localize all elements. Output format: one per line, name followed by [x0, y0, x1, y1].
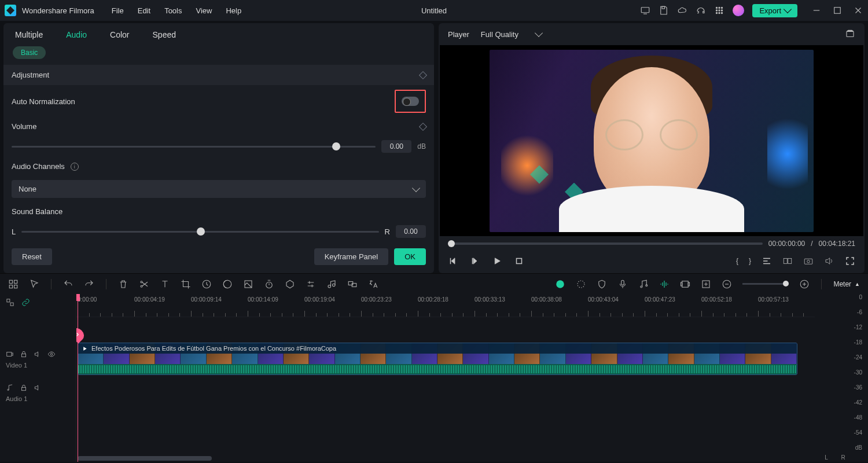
- green-screen-icon[interactable]: [243, 279, 253, 289]
- link-icon[interactable]: [21, 298, 30, 307]
- tab-color[interactable]: Color: [110, 30, 129, 39]
- stop-icon[interactable]: [514, 256, 524, 266]
- reset-button[interactable]: Reset: [12, 248, 52, 265]
- tab-multiple[interactable]: Multiple: [15, 30, 43, 39]
- speed-icon[interactable]: [201, 279, 212, 289]
- keyframe-timer-icon[interactable]: [264, 279, 274, 289]
- save-icon[interactable]: [659, 5, 669, 16]
- time-ruler[interactable]: 0:00:0000:00:04:1900:00:09:1400:00:14:09…: [76, 294, 815, 317]
- audio-detach-icon[interactable]: [326, 279, 337, 289]
- split-icon[interactable]: [139, 279, 149, 289]
- keyframe-panel-button[interactable]: Keyframe Panel: [314, 248, 389, 265]
- render-preview-icon[interactable]: [555, 279, 565, 289]
- compare-icon[interactable]: [782, 256, 793, 266]
- menu-tools[interactable]: Tools: [164, 6, 182, 15]
- menu-view[interactable]: View: [196, 6, 212, 15]
- headphones-icon[interactable]: [696, 5, 706, 16]
- group-icon[interactable]: [347, 279, 358, 289]
- auto-ripple-icon[interactable]: [576, 279, 586, 289]
- audio-channels-select[interactable]: None: [12, 180, 426, 198]
- scrub-bar[interactable]: [448, 242, 763, 245]
- video-preview[interactable]: [440, 45, 863, 236]
- cloud-icon[interactable]: [677, 5, 687, 16]
- apps-grid-icon[interactable]: [714, 5, 724, 16]
- shield-icon[interactable]: [597, 279, 607, 289]
- fullscreen-icon[interactable]: [845, 256, 855, 266]
- menu-help[interactable]: Help: [226, 6, 241, 15]
- crop-icon[interactable]: [181, 279, 191, 289]
- add-marker-icon[interactable]: [680, 279, 690, 289]
- close-icon[interactable]: [853, 5, 863, 16]
- audio-channels-label: Audio Channels: [12, 162, 65, 171]
- layout-icon[interactable]: [8, 279, 19, 289]
- video-clip[interactable]: Efectos Poderosos Para Edits de Fútbol G…: [78, 343, 797, 375]
- export-button[interactable]: Export: [752, 4, 797, 17]
- minimize-icon[interactable]: [811, 5, 822, 16]
- cursor-icon[interactable]: [29, 279, 39, 289]
- zoom-in-icon[interactable]: [799, 279, 810, 289]
- maximize-icon[interactable]: [832, 5, 843, 16]
- redo-icon[interactable]: [84, 279, 94, 289]
- step-back-icon[interactable]: [470, 256, 480, 266]
- subtab-basic[interactable]: Basic: [13, 46, 46, 59]
- ok-button[interactable]: OK: [394, 248, 426, 265]
- play-icon[interactable]: [492, 256, 502, 266]
- snapshot-icon[interactable]: [803, 256, 814, 266]
- audio-track-icon[interactable]: [6, 384, 14, 392]
- sound-balance-slider[interactable]: [21, 226, 378, 237]
- screen-icon[interactable]: [640, 5, 650, 16]
- mark-out-icon[interactable]: }: [749, 257, 751, 265]
- playhead[interactable]: [78, 294, 78, 462]
- color-match-icon[interactable]: [222, 279, 233, 289]
- zoom-slider[interactable]: [742, 283, 789, 285]
- tab-speed[interactable]: Speed: [153, 30, 176, 39]
- svg-point-32: [557, 280, 565, 288]
- mask-icon[interactable]: [285, 279, 295, 289]
- undo-icon[interactable]: [63, 279, 73, 289]
- mute-icon[interactable]: [34, 384, 42, 392]
- add-track-icon[interactable]: [701, 279, 711, 289]
- eye-icon[interactable]: [47, 350, 56, 358]
- video-track-icon[interactable]: [6, 350, 14, 358]
- auto-normalization-toggle[interactable]: [402, 97, 419, 106]
- audio-mixer-icon[interactable]: [638, 279, 649, 289]
- user-avatar[interactable]: [733, 5, 744, 16]
- volume-unit: dB: [417, 142, 426, 150]
- mark-in-icon[interactable]: {: [736, 257, 738, 265]
- snapshot-toggle-icon[interactable]: [845, 29, 855, 39]
- meter-toggle[interactable]: Meter ▲: [833, 277, 860, 292]
- svg-point-22: [141, 281, 142, 282]
- volume-keyframe-icon[interactable]: [419, 122, 427, 130]
- volume-slider[interactable]: [12, 141, 376, 152]
- svg-rect-45: [7, 352, 12, 357]
- prev-frame-icon[interactable]: [448, 256, 458, 266]
- volume-value[interactable]: 0.00: [381, 140, 411, 153]
- mic-icon[interactable]: [617, 279, 628, 289]
- adjust-icon[interactable]: [306, 279, 316, 289]
- lock-icon[interactable]: [20, 350, 28, 358]
- audio-stretch-icon[interactable]: [659, 279, 670, 289]
- svg-rect-34: [621, 280, 624, 285]
- zoom-out-icon[interactable]: [722, 279, 732, 289]
- quality-select[interactable]: Full Quality: [481, 30, 542, 39]
- menu-file[interactable]: File: [112, 6, 124, 15]
- info-icon[interactable]: i: [71, 163, 79, 171]
- track-options-icon[interactable]: [6, 298, 14, 307]
- balance-value[interactable]: 0.00: [396, 225, 426, 238]
- section-adjustment[interactable]: Adjustment: [3, 65, 434, 85]
- audio-channels-value: None: [19, 185, 36, 193]
- svg-point-4: [722, 7, 723, 8]
- marker-list-icon[interactable]: [762, 256, 772, 266]
- text-icon[interactable]: [160, 279, 170, 289]
- timeline-h-scrollbar[interactable]: [78, 456, 212, 461]
- mute-icon[interactable]: [34, 350, 42, 358]
- tab-audio[interactable]: Audio: [66, 30, 87, 39]
- volume-icon[interactable]: [824, 256, 834, 266]
- menu-edit[interactable]: Edit: [138, 6, 150, 15]
- timeline-tracks[interactable]: 0:00:0000:00:04:1900:00:09:1400:00:14:09…: [76, 294, 815, 462]
- keyframe-diamond-icon[interactable]: [419, 71, 427, 79]
- lock-icon[interactable]: [20, 384, 28, 392]
- svg-point-6: [719, 10, 720, 11]
- translate-icon[interactable]: [368, 279, 378, 289]
- delete-icon[interactable]: [118, 279, 128, 289]
